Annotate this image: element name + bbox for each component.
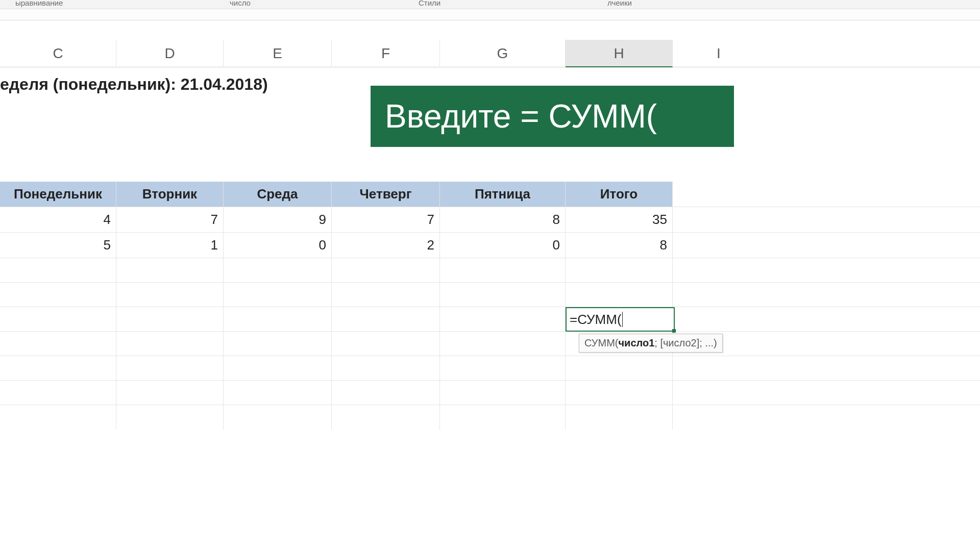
- ribbon-strip: [0, 9, 743, 20]
- header-thursday[interactable]: Четверг: [332, 182, 440, 207]
- cell-total[interactable]: 35: [566, 207, 673, 232]
- table-row: 4 7 9 7 8 35: [0, 207, 743, 233]
- cell[interactable]: 9: [224, 207, 332, 232]
- cell[interactable]: 7: [116, 207, 224, 232]
- title-text: еделя (понедельник): 21.04.2018): [0, 67, 268, 101]
- cell[interactable]: [116, 332, 224, 356]
- cell[interactable]: [673, 307, 743, 331]
- column-header-h[interactable]: H: [566, 40, 673, 67]
- table-row: [0, 258, 743, 283]
- cell[interactable]: [0, 381, 116, 405]
- column-headers: C D E F G H I: [0, 40, 743, 67]
- cell[interactable]: [224, 283, 332, 307]
- cell[interactable]: [332, 332, 440, 356]
- column-header-d[interactable]: D: [116, 40, 224, 67]
- cell[interactable]: [566, 356, 673, 380]
- cell[interactable]: [116, 307, 224, 331]
- ribbon-group-styles: Стили: [419, 0, 440, 7]
- cell[interactable]: [224, 356, 332, 380]
- cell[interactable]: [116, 258, 224, 282]
- header-monday[interactable]: Понедельник: [0, 182, 116, 207]
- cell-total[interactable]: 8: [566, 233, 673, 258]
- table-row: 5 1 0 2 0 8: [0, 233, 743, 258]
- cell[interactable]: [116, 356, 224, 380]
- cell[interactable]: 8: [440, 207, 566, 232]
- cell[interactable]: [673, 356, 743, 380]
- cell[interactable]: [566, 381, 673, 405]
- cell[interactable]: [440, 356, 566, 380]
- instruction-overlay: Введите = СУММ(: [371, 86, 734, 147]
- cell[interactable]: [0, 356, 116, 380]
- ribbon-group-alignment: ыравнивание: [15, 0, 63, 7]
- cell[interactable]: [440, 307, 566, 331]
- cell[interactable]: [673, 233, 743, 258]
- column-header-g[interactable]: G: [440, 40, 566, 67]
- tooltip-arg1: число1: [618, 337, 654, 348]
- header-total[interactable]: Итого: [566, 182, 673, 207]
- cell[interactable]: [0, 405, 116, 416]
- header-wednesday[interactable]: Среда: [224, 182, 332, 207]
- cell[interactable]: [440, 405, 566, 416]
- cell[interactable]: 0: [440, 233, 566, 258]
- cell[interactable]: [332, 283, 440, 307]
- cell[interactable]: 2: [332, 233, 440, 258]
- cell[interactable]: [224, 332, 332, 356]
- cell[interactable]: 4: [0, 207, 116, 232]
- header-friday[interactable]: Пятница: [440, 182, 566, 207]
- cell[interactable]: [0, 332, 116, 356]
- cell[interactable]: [0, 258, 116, 282]
- cell[interactable]: [440, 381, 566, 405]
- cell[interactable]: [224, 405, 332, 416]
- cell[interactable]: [332, 258, 440, 282]
- cell[interactable]: 5: [0, 233, 116, 258]
- cell[interactable]: [673, 283, 743, 307]
- cell[interactable]: [673, 207, 743, 232]
- column-header-f[interactable]: F: [332, 40, 440, 67]
- ribbon-group-labels: ыравнивание число Стили лчеики: [0, 0, 743, 9]
- cell[interactable]: [116, 283, 224, 307]
- cell[interactable]: [440, 258, 566, 282]
- tooltip-prefix: СУММ(: [584, 337, 618, 348]
- cell[interactable]: [332, 356, 440, 380]
- cell[interactable]: [332, 405, 440, 416]
- cell[interactable]: [566, 405, 673, 416]
- cell[interactable]: [332, 381, 440, 405]
- active-editing-cell[interactable]: =СУММ(: [566, 307, 675, 332]
- cell[interactable]: 7: [332, 207, 440, 232]
- function-tooltip[interactable]: СУММ(число1; [число2]; ...): [579, 334, 723, 353]
- table-row: [0, 356, 743, 381]
- header-tuesday[interactable]: Вторник: [116, 182, 224, 207]
- table-row: [0, 381, 743, 405]
- table-header-row: Понедельник Вторник Среда Четверг Пятниц…: [0, 182, 743, 207]
- table-row: [0, 405, 743, 416]
- ribbon-group-cells: лчеики: [607, 0, 632, 7]
- cell[interactable]: [440, 332, 566, 356]
- column-header-c[interactable]: C: [0, 40, 116, 67]
- cell[interactable]: [224, 307, 332, 331]
- cell[interactable]: [673, 405, 743, 416]
- cell[interactable]: [332, 307, 440, 331]
- ribbon-group-number: число: [230, 0, 251, 7]
- tooltip-rest: ; [число2]; ...): [654, 337, 717, 348]
- fill-handle[interactable]: [672, 329, 676, 333]
- table-row: [0, 283, 743, 307]
- cell[interactable]: 1: [116, 233, 224, 258]
- cell[interactable]: [440, 283, 566, 307]
- cell[interactable]: [0, 283, 116, 307]
- instruction-text: Введите = СУММ(: [385, 97, 657, 135]
- spreadsheet-area: C D E F G H I еделя (понедельник): 21.04…: [0, 40, 743, 416]
- cell[interactable]: [116, 405, 224, 416]
- cell[interactable]: [224, 381, 332, 405]
- cell[interactable]: [224, 258, 332, 282]
- cell[interactable]: [0, 307, 116, 331]
- cell[interactable]: [673, 381, 743, 405]
- formula-text: =СУММ(: [570, 312, 622, 328]
- cell[interactable]: [566, 283, 673, 307]
- column-header-e[interactable]: E: [224, 40, 332, 67]
- text-cursor: [622, 312, 623, 327]
- column-header-i[interactable]: I: [673, 40, 743, 67]
- cell[interactable]: 0: [224, 233, 332, 258]
- cell[interactable]: [566, 258, 673, 282]
- cell[interactable]: [116, 381, 224, 405]
- cell[interactable]: [673, 258, 743, 282]
